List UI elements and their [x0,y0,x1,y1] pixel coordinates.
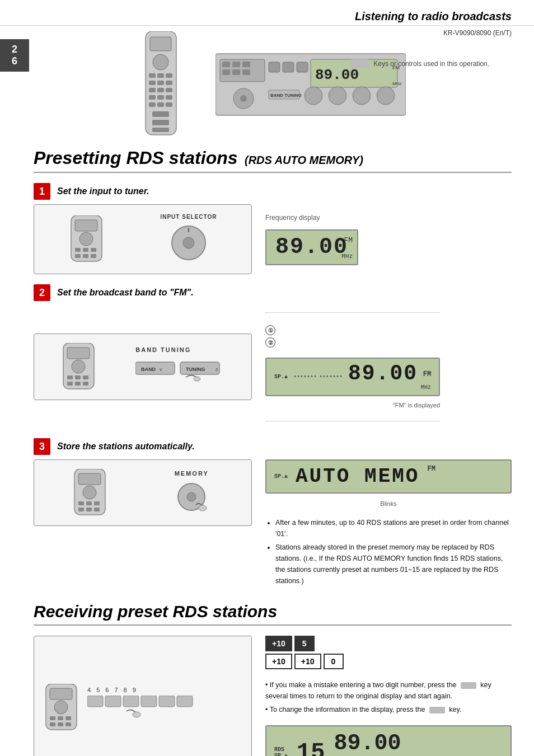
section1-title: Presetting RDS stations [34,148,238,168]
svg-rect-60 [75,375,81,379]
svg-rect-93 [87,696,103,707]
step2-freq-area: 89.00 FM MHz [348,363,431,391]
svg-rect-91 [58,722,63,726]
step1-freq-label: Frequency display [265,214,358,222]
svg-point-58 [72,360,85,373]
svg-rect-89 [65,716,71,720]
svg-rect-98 [177,696,193,707]
top-illustration: 89.00 FM MHz BAND TUNING Keys or control… [34,31,512,138]
svg-point-40 [305,87,322,105]
step2-right: ① ② SP.▲ ••••••• ••••••• 89.00 FM MHz [265,306,440,428]
preset-btn-5[interactable]: 5 [294,636,315,651]
step1-diagram: INPUT SELECTOR [34,204,252,274]
section2-rds-label: RDSSP.▲ [274,746,288,756]
step2-area: 2 Set the broadcast band to "FM". BAND T… [34,284,512,428]
section2-numkeys: 4 5 6 7 8 9 [87,687,199,729]
svg-rect-16 [157,102,164,107]
step1-knob [169,223,208,262]
section2-bullets: • If you make a mistake entering a two d… [265,679,512,715]
step2-number: 2 [34,284,50,301]
svg-rect-13 [157,95,164,100]
step2-band-tuning-control: BAND ∨ TUNING ∧ [135,358,225,386]
preset-btn-plus10-2[interactable]: +10 [265,654,292,669]
step1-diagram-label: INPUT SELECTOR [160,214,217,220]
step2-dots: ••••••• ••••••• [293,374,343,380]
step1-description: Set the input to tuner. [57,186,149,196]
svg-rect-49 [91,248,96,252]
preset-btn-plus10-1[interactable]: +10 [265,636,292,651]
svg-text:TUNING: TUNING [186,367,205,372]
step2-remote [60,343,97,391]
key-placeholder-1 [461,682,476,689]
svg-rect-76 [86,501,92,505]
svg-text:BAND: BAND [141,367,156,372]
step3-area: 3 Store the stations automatically. MEMO… [34,438,512,589]
preset-btn-plus10-3[interactable]: +10 [294,654,321,669]
bullet-2: Stations already stored in the preset me… [275,542,512,586]
page-number: 2 6 [0,39,29,72]
svg-rect-64 [83,382,88,386]
svg-rect-45 [75,220,97,231]
step3-diagram-label: MEMORY [169,470,214,477]
preset-btn-0[interactable]: 0 [324,654,344,669]
svg-rect-8 [166,81,172,85]
svg-rect-97 [159,696,175,707]
preset-row-1: +10 5 [265,636,512,651]
svg-rect-75 [78,501,84,505]
svg-rect-20 [152,128,169,132]
section2-title-bar: Receiving preset RDS stations [34,602,512,626]
svg-rect-3 [149,73,156,78]
indicator-1: ① [265,325,440,336]
svg-rect-61 [83,375,88,379]
step3-auto-memo: AUTO MEMO [296,465,419,488]
step2-sp-label: SP.▲ [274,374,288,380]
section2-diagram-inner: 4 5 6 7 8 9 [43,684,242,731]
step2-freq: 89.00 [348,361,418,386]
svg-rect-51 [83,254,88,258]
svg-rect-34 [283,62,294,72]
svg-rect-50 [75,254,81,258]
svg-rect-15 [149,102,156,107]
bullet-1: After a few minutes, up to 40 RDS statio… [275,517,512,539]
svg-point-83 [199,505,207,511]
section2-freq: 89.00 [334,731,401,756]
svg-text:MHz: MHz [392,81,401,86]
svg-rect-33 [269,62,280,72]
svg-text:89.00: 89.00 [315,67,359,83]
step3-content: MEMORY SP.▲ AUTO MEMO FM Blinks After a … [34,459,512,589]
step1-freq: 89.00 [275,236,348,259]
step3-memory-btn [169,480,214,514]
step1-right: Frequency display FM 89.00 MHz [265,214,358,265]
svg-rect-17 [166,102,172,107]
svg-rect-28 [232,62,240,67]
svg-rect-63 [75,382,81,386]
svg-rect-6 [149,81,156,85]
step3-band: FM [427,465,435,473]
svg-rect-31 [232,69,240,75]
step2-band-tuning: BAND TUNING BAND ∨ TUNING ∧ [135,346,225,388]
step1-number: 1 [34,183,50,200]
svg-text:∨: ∨ [159,367,163,372]
keys-highlight-box [351,59,369,68]
section2-title: Receiving preset RDS stations [34,602,277,621]
svg-point-99 [133,712,140,717]
svg-rect-5 [166,73,172,78]
section2-preset-buttons: +10 5 +10 +10 0 [265,636,512,669]
dotted-divider-2 [265,421,440,421]
svg-rect-79 [86,508,92,511]
svg-point-74 [83,486,96,499]
svg-point-86 [54,701,68,714]
preset-row-2: +10 +10 0 [265,654,512,669]
step2-description: Set the broadcast band to "FM". [57,288,194,298]
svg-rect-78 [78,508,84,511]
step2-content: BAND TUNING BAND ∨ TUNING ∧ [34,306,512,428]
blinks-label: Blinks [265,500,512,507]
remote-control-image [140,31,182,138]
step2-diagram-label: BAND TUNING [135,346,225,353]
svg-rect-96 [141,696,157,707]
step3-bullets: After a few minutes, up to 40 RDS statio… [265,517,512,589]
step1-remote [68,215,105,263]
svg-text:BAND  TUNING: BAND TUNING [270,93,302,98]
step3-number: 3 [34,438,50,455]
page-header: Listening to radio broadcasts [0,0,534,26]
